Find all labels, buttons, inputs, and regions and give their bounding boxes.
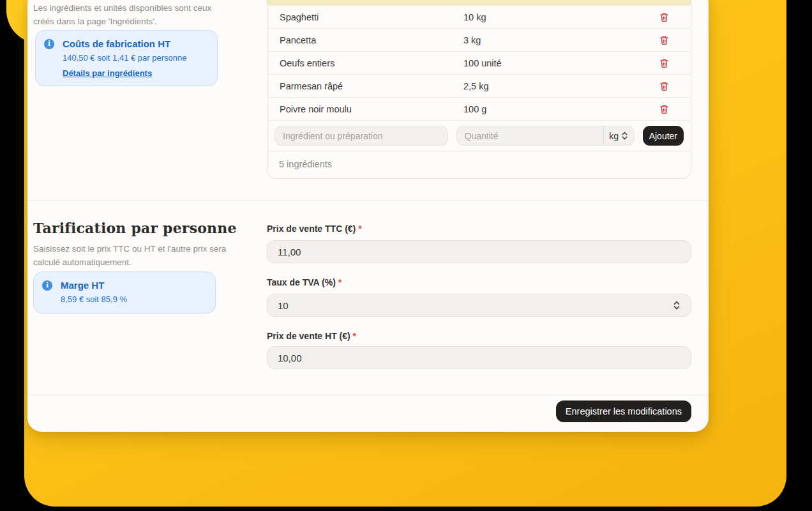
unit-select[interactable]: kg — [604, 126, 634, 145]
price-ht-label: Prix de vente HT (€) * — [267, 331, 356, 341]
required-marker: * — [338, 277, 342, 287]
ingredient-quantity: 10 kg — [463, 12, 658, 22]
section-divider — [27, 200, 709, 201]
ingredients-table: Spaghetti 10 kg Pancetta 3 kg Oeufs enti… — [267, 0, 691, 179]
ingredient-name: Spaghetti — [280, 12, 463, 22]
ingredient-quantity: 3 kg — [463, 35, 658, 45]
ingredient-name: Oeufs entiers — [280, 58, 463, 68]
chevron-up-down-icon — [621, 131, 628, 141]
price-ttc-input[interactable] — [267, 240, 691, 263]
add-ingredient-row: kg Ajouter — [267, 120, 691, 151]
margin-detail: 8,59 € soit 85,9 % — [61, 294, 206, 304]
footer-divider — [27, 395, 709, 395]
ingredients-help-text: Les ingrédients et unités disponibles so… — [33, 1, 225, 28]
ingredient-quantity: 2,5 kg — [463, 81, 658, 91]
unit-select-value: kg — [609, 131, 619, 141]
add-ingredient-button[interactable]: Ajouter — [643, 126, 684, 146]
trash-icon — [659, 12, 669, 22]
pricing-section-title: Tarification par personne — [33, 220, 237, 236]
info-icon: i — [42, 280, 52, 291]
delete-ingredient-button[interactable] — [658, 34, 670, 47]
ingredient-name: Poivre noir moulu — [280, 104, 463, 114]
table-row: Pancetta 3 kg — [267, 28, 691, 51]
pricing-section-description: Saisissez soit le prix TTC ou HT et l'au… — [33, 242, 250, 269]
recipe-edit-card: Les ingrédients et unités disponibles so… — [27, 0, 709, 432]
details-per-ingredient-link[interactable]: Détails par ingrédients — [63, 68, 152, 78]
quantity-input-group: kg — [456, 126, 635, 146]
highlighted-row-partial — [267, 0, 691, 5]
table-row: Poivre noir moulu 100 g — [267, 97, 691, 120]
required-marker: * — [353, 331, 356, 341]
quantity-input[interactable] — [457, 126, 603, 145]
margin-title: Marge HT — [61, 280, 104, 291]
table-row: Parmesan râpé 2,5 kg — [267, 74, 691, 97]
ingredient-name: Pancetta — [280, 35, 463, 45]
trash-icon — [659, 58, 669, 68]
delete-ingredient-button[interactable] — [658, 103, 670, 116]
ingredient-search-input[interactable] — [274, 126, 448, 146]
trash-icon — [659, 35, 669, 45]
vat-select[interactable]: 10 — [267, 294, 691, 317]
delete-ingredient-button[interactable] — [658, 57, 670, 70]
fabrication-costs-title: Coûts de fabrication HT — [63, 38, 170, 49]
delete-ingredient-button[interactable] — [658, 80, 670, 93]
ingredient-count-label: 5 ingrédients — [267, 151, 691, 178]
chevron-up-down-icon — [673, 300, 680, 310]
price-ht-input[interactable] — [267, 346, 691, 369]
required-marker: * — [358, 224, 361, 234]
fabrication-costs-detail: 140,50 € soit 1,41 € par personne — [63, 53, 208, 63]
table-row: Spaghetti 10 kg — [267, 5, 691, 28]
table-row: Oeufs entiers 100 unité — [267, 51, 691, 74]
info-icon: i — [44, 39, 54, 49]
ingredient-quantity: 100 g — [463, 104, 658, 114]
vat-label: Taux de TVA (%) * — [267, 277, 342, 287]
ingredient-name: Parmesan râpé — [280, 81, 463, 91]
margin-box: i Marge HT 8,59 € soit 85,9 % — [33, 271, 216, 314]
trash-icon — [659, 104, 669, 114]
vat-select-value: 10 — [278, 300, 289, 311]
fabrication-costs-box: i Coûts de fabrication HT 140,50 € soit … — [35, 30, 218, 86]
save-button[interactable]: Enregistrer les modifications — [556, 400, 691, 422]
ingredient-quantity: 100 unité — [463, 58, 658, 68]
delete-ingredient-button[interactable] — [658, 11, 670, 24]
price-ttc-label: Prix de vente TTC (€) * — [267, 224, 362, 234]
trash-icon — [659, 81, 669, 91]
